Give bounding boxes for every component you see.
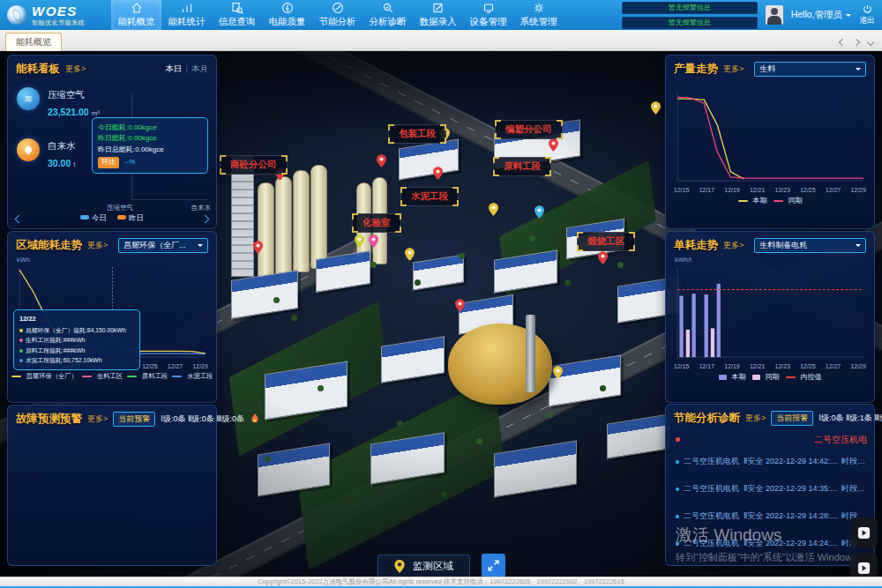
main-nav: 能耗概览能耗统计信息查询电能质量节能分析分析诊断数据录入设备管理系统管理 — [111, 0, 564, 30]
user-avatar[interactable] — [766, 5, 783, 25]
nav-item-5[interactable]: 节能分析 — [312, 0, 363, 30]
legend-label: 原料工段 — [142, 372, 168, 381]
more-link[interactable]: 更多> — [65, 63, 86, 75]
map-pin-icon[interactable] — [534, 205, 544, 222]
media-tool-icon — [856, 561, 871, 576]
chart-tooltip: 12/22 昌耀环保（全厂）能耗:84,150.00kWh 生料工区能耗:###… — [13, 309, 140, 370]
legend-item[interactable]: 昌耀环保（全厂） — [11, 372, 78, 381]
nav-item-9[interactable]: 系统管理 — [513, 0, 564, 30]
map-pin-icon[interactable] — [355, 234, 364, 251]
floating-tool-button[interactable] — [850, 553, 878, 577]
copyright-text: Copyright©2015-2022万洲电气股份有限公司All rights … — [258, 577, 624, 586]
tab-energy-overview[interactable]: 能耗概览 — [5, 33, 62, 51]
legend-item[interactable]: 水泥工段 — [172, 372, 213, 381]
alarm-info-box[interactable]: 暂无报警信息 — [622, 17, 758, 29]
warning-level-counts: Ⅰ级:0条 Ⅱ级:0条 Ⅲ级:0条 — [161, 413, 244, 425]
legend-swatch — [11, 376, 21, 377]
alarm-device: 二号空压机电机 — [684, 456, 739, 467]
alarm-row[interactable]: 二号空压机电机Ⅱ安全 2022-12-29 14:42:...时段超限-关... — [676, 456, 867, 467]
nav-label: 数据录入 — [420, 16, 457, 28]
region-select[interactable]: 昌耀环保（全厂... — [118, 238, 208, 253]
monitor-area-button[interactable]: 监测区域 — [377, 555, 470, 577]
legend-label: 水泥工段 — [187, 372, 213, 381]
legend-item[interactable]: 同期 — [774, 196, 803, 205]
nav-item-8[interactable]: 设备管理 — [463, 0, 513, 30]
map-pin-icon[interactable] — [549, 138, 558, 155]
axis-label: 压缩空气 — [107, 204, 133, 212]
floating-tool-button[interactable] — [850, 517, 878, 548]
map-label[interactable]: 化验室 — [352, 213, 401, 233]
map-label[interactable]: 商砼分公司 — [220, 155, 288, 175]
main-content: 商砼分公司包装工段编塑分公司原料工段水泥工段化验室煅烧工区 能耗看板 更多> 本… — [0, 50, 882, 577]
tab-controls — [831, 40, 882, 50]
alarm-marquee: 二号空压机电 — [676, 433, 867, 446]
legend-item[interactable]: 原料工段 — [127, 372, 168, 381]
axis-tick: 12/19 — [724, 187, 740, 193]
more-link[interactable]: 更多> — [87, 413, 108, 425]
alarm-row[interactable]: 二号空压机电机Ⅱ安全 2022-12-29 14:35:...时段超限-关... — [676, 483, 867, 495]
map-pin-icon[interactable] — [369, 234, 378, 251]
nav-label: 设备管理 — [470, 16, 507, 28]
legend-item[interactable]: 生料工区 — [82, 372, 123, 381]
map-pin-icon[interactable] — [651, 101, 661, 118]
alarm-info-box[interactable]: 暂无报警信息 — [622, 2, 758, 14]
tab-menu-icon[interactable] — [867, 39, 874, 46]
bullet-dot-icon — [676, 460, 679, 464]
chevron-down-icon — [856, 68, 861, 73]
map-label[interactable]: 水泥工段 — [400, 187, 459, 206]
more-link[interactable]: 更多> — [723, 63, 744, 75]
toggle-month[interactable]: 本月 — [191, 63, 208, 73]
nav-item-6[interactable]: 分析诊断 — [363, 0, 413, 30]
toggle-day[interactable]: 本日 — [166, 63, 183, 73]
map-pin-icon[interactable] — [405, 248, 415, 264]
legend-item[interactable]: 本期 — [719, 372, 746, 382]
map-pin-icon[interactable] — [553, 366, 563, 383]
app-window: WOES 智能优化节能系统 能耗概览能耗统计信息查询电能质量节能分析分析诊断数据… — [0, 0, 882, 588]
nav-item-7[interactable]: 数据录入 — [413, 0, 463, 30]
legend-item[interactable]: 今日 — [80, 213, 107, 224]
product-select[interactable]: 生料 — [754, 62, 866, 77]
more-link[interactable]: 更多> — [723, 240, 744, 251]
map-label[interactable]: 原料工段 — [493, 157, 551, 176]
map-pin-icon[interactable] — [489, 203, 498, 220]
map-label[interactable]: 煅烧工区 — [577, 232, 635, 251]
legend-item[interactable]: 内控值 — [786, 372, 822, 382]
map-pin-icon[interactable] — [433, 167, 443, 183]
nav-item-1[interactable]: 能耗概览 — [111, 0, 161, 30]
map-label[interactable]: 编塑分公司 — [495, 120, 563, 139]
nav-item-4[interactable]: 电能质量 — [262, 0, 312, 30]
tab-scroll-right-icon[interactable] — [853, 39, 860, 46]
alarm-row[interactable]: 二号空压机电机Ⅱ安全 2022-12-29 14:24:...时段超限-关... — [676, 538, 867, 549]
nav-item-3[interactable]: 信息查询 — [212, 0, 262, 30]
fullscreen-icon — [487, 559, 500, 572]
panel-title: 节能分析诊断 — [674, 411, 740, 426]
map-pin-icon[interactable] — [598, 251, 608, 268]
legend-label: 生料工区 — [97, 372, 123, 381]
lawn — [297, 376, 505, 569]
ratio-value: --% — [124, 157, 135, 167]
tooltip-line: 原料工段能耗:###kWh — [26, 346, 86, 356]
chimney — [526, 315, 535, 392]
tab-scroll-left-icon[interactable] — [839, 39, 846, 46]
map-pin-icon[interactable] — [253, 241, 263, 257]
legend-item[interactable]: 同期 — [752, 372, 780, 382]
nav-item-2[interactable]: 能耗统计 — [161, 0, 212, 30]
legend-swatch — [719, 375, 727, 380]
alarm-row[interactable]: 二号空压机电机Ⅱ安全 2022-12-29 14:28:...时段超限-关... — [676, 510, 867, 522]
day-month-toggle[interactable]: 本日|本月 — [166, 63, 208, 75]
map-pin-icon[interactable] — [377, 154, 386, 171]
energy-item-air[interactable]: ≋ 压缩空气 23,521.00 m³ — [17, 87, 124, 117]
map-label-text: 化验室 — [363, 217, 391, 227]
map-label[interactable]: 包装工段 — [388, 124, 446, 144]
user-menu[interactable]: Hello,管理员 — [791, 9, 851, 21]
more-link[interactable]: 更多> — [745, 413, 766, 424]
chevron-down-icon — [846, 14, 851, 19]
more-link[interactable]: 更多> — [87, 240, 108, 251]
consumption-select[interactable]: 生料制备电耗 — [754, 238, 866, 253]
legend-item[interactable]: 本期 — [738, 196, 767, 205]
silo — [258, 182, 274, 281]
fullscreen-button[interactable] — [482, 554, 505, 577]
legend-item[interactable]: 昨日 — [117, 213, 144, 224]
map-pin-icon[interactable] — [455, 299, 465, 316]
logout-button[interactable]: 退出 — [859, 4, 875, 26]
